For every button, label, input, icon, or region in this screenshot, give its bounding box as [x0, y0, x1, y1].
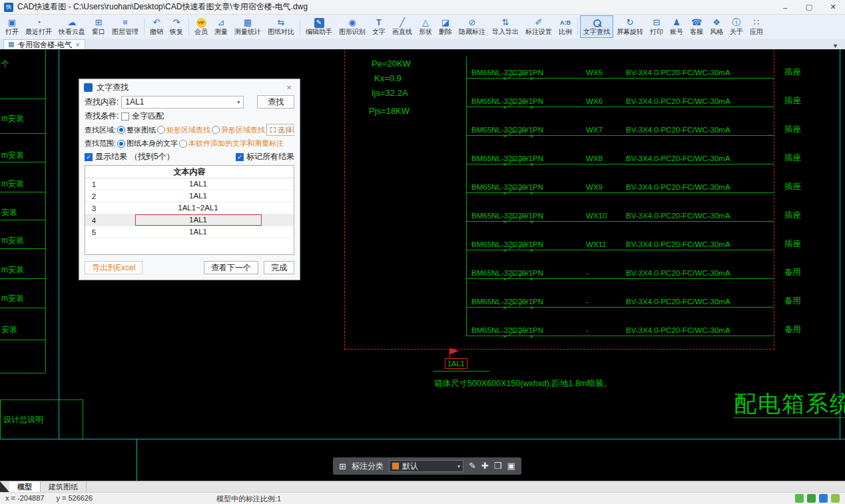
window-titlebar: 快 CAD快速看图 - C:\Users\ruohan\Desktop\CAD快… — [0, 0, 845, 15]
toolbar-button-label: 比例 — [559, 28, 572, 36]
dialog-titlebar[interactable]: 文字查找 × — [79, 79, 300, 95]
sheet-tab-model[interactable]: 模型 — [9, 481, 41, 492]
lock-annotation-icon[interactable] — [507, 457, 515, 475]
show-results-checkbox[interactable] — [85, 153, 93, 161]
panel-tag[interactable]: 1AL1 — [445, 358, 467, 369]
toolbar-button-compare[interactable]: ⇆图纸对比 — [264, 15, 298, 38]
toolbar-button-vip[interactable]: VIP会员 — [191, 15, 211, 38]
category-grid-icon[interactable] — [339, 461, 346, 471]
combo-caret-icon[interactable] — [237, 99, 240, 105]
find-input[interactable]: 1AL1 — [121, 96, 244, 109]
toolbar-button-line[interactable]: ╱画直线 — [389, 15, 416, 38]
toolbar-button-shape[interactable]: △形状 — [416, 15, 435, 38]
load-name: 备用 — [784, 324, 801, 336]
toolbar-button-cloud[interactable]: ☁快看云盘 — [55, 15, 89, 38]
statusbar-app-icon[interactable] — [807, 494, 816, 503]
dialog-close-icon[interactable]: × — [283, 83, 295, 93]
toolbar-button-import-export[interactable]: ⇅导入导出 — [489, 15, 522, 38]
range-drawing-label: 图纸本身的文字 — [127, 138, 178, 148]
toolbar-button-label: 文字 — [372, 28, 386, 36]
tab-close-icon[interactable]: × — [76, 41, 80, 49]
toolbar-button-label: 图形识别 — [339, 28, 366, 36]
copy-annotation-icon[interactable] — [494, 457, 502, 475]
toolbar-button-label: 图纸对比 — [268, 28, 294, 36]
undo-icon: ↶ — [152, 17, 162, 28]
result-row[interactable]: 41AL1 — [85, 214, 294, 226]
left-label: 个 — [1, 59, 9, 70]
statusbar-app-icon[interactable] — [795, 494, 804, 503]
mark-all-label: 标记所有结果 — [246, 151, 294, 162]
results-table: 文本内容 11AL121AL131AL1~2AL141AL151AL1 — [85, 165, 294, 255]
range-software-radio[interactable] — [179, 140, 187, 148]
tab-list-caret-icon[interactable]: ▼ — [832, 43, 838, 49]
select-area-button[interactable]: 选择区域 — [266, 124, 294, 136]
result-row[interactable]: 31AL1~2AL1 — [85, 202, 294, 214]
view-next-button[interactable]: 查看下一个 — [204, 261, 258, 274]
stats-icon: ▦ — [243, 17, 253, 28]
close-button[interactable]: ✕ — [821, 0, 845, 15]
done-button[interactable]: 完成 — [264, 261, 294, 274]
toolbar-button-label: 打开 — [5, 28, 19, 36]
toolbar-button-about[interactable]: ⓘ关于 — [726, 15, 746, 38]
area-whole-radio[interactable] — [117, 126, 125, 134]
cad-canvas[interactable]: 个m安装m安装m安装安装m安装m安装m安装安装 设计总说明 Pe=20KWKx=… — [0, 49, 845, 481]
toolbar-button-style[interactable]: ❖风格 — [706, 15, 726, 38]
document-tabbar: 专用宿舍楼-电气 × ▼ — [0, 39, 845, 49]
toolbar-button-open[interactable]: ▣打开 — [2, 15, 22, 38]
toolbar-button-measure[interactable]: ⊿测量 — [211, 15, 231, 38]
toolbar-button-undo[interactable]: ↶撤销 — [146, 15, 166, 38]
toolbar-button-delete[interactable]: ◪删除 — [435, 15, 455, 38]
result-row[interactable]: 51AL1 — [85, 226, 294, 238]
whole-word-label: 全字匹配 — [132, 111, 164, 122]
drawing-line — [0, 340, 45, 340]
edit-annotation-icon[interactable] — [469, 457, 476, 475]
toolbar-button-shape-recognize[interactable]: ◉图形识别 — [336, 15, 369, 38]
move-annotation-icon[interactable] — [481, 457, 489, 475]
statusbar-app-icon[interactable] — [819, 494, 828, 503]
support-icon: ☎ — [691, 17, 702, 28]
range-drawing-radio[interactable] — [117, 140, 125, 148]
text-icon: T — [374, 17, 384, 28]
range-software-label: 本软件添加的文字和测量标注 — [188, 138, 284, 148]
toolbar-button-hide-annotation[interactable]: ⊘隐藏标注 — [455, 15, 489, 38]
toolbar-button-edit-assist[interactable]: ✎编辑助手 — [302, 15, 336, 38]
condition-row: 查找条件: 全字匹配 — [85, 111, 294, 122]
category-dropdown[interactable]: 默认 — [389, 460, 463, 472]
toolbar-button-account[interactable]: ♟账号 — [667, 15, 687, 38]
category-dropdown-value: 默认 — [402, 461, 418, 472]
toolbar-button-text-search[interactable]: 文字查找 — [580, 15, 613, 38]
toolbar-button-label: 形状 — [419, 28, 432, 36]
document-tab[interactable]: 专用宿舍楼-电气 × — [3, 39, 85, 49]
load-name: 插座 — [784, 181, 801, 192]
drawing-line — [433, 371, 489, 372]
search-region-rect — [344, 49, 774, 350]
toolbar-button-text[interactable]: T文字 — [369, 15, 389, 38]
maximize-button[interactable]: ▢ — [797, 0, 821, 15]
select-area-icon — [270, 127, 276, 132]
sheet-tab-architectural[interactable]: 建筑图纸 — [41, 481, 87, 492]
toolbar-button-print[interactable]: ⊟打印 — [647, 15, 667, 38]
load-name: 插座 — [784, 124, 801, 135]
area-poly-radio[interactable] — [212, 126, 220, 134]
toolbar-button-support[interactable]: ☎客服 — [687, 15, 706, 38]
toolbar-button-recent[interactable]: ◔最近打开 — [22, 15, 55, 38]
mark-all-checkbox[interactable] — [236, 153, 244, 161]
statusbar-app-icon[interactable] — [831, 494, 840, 503]
whole-word-checkbox[interactable] — [121, 113, 129, 121]
toolbar-button-apps[interactable]: ∷应用 — [746, 15, 766, 38]
toolbar-button-redo[interactable]: ↷恢复 — [166, 15, 186, 38]
result-row[interactable]: 11AL1 — [85, 178, 294, 190]
annotation-category-label: 标注分类 — [352, 461, 384, 472]
export-excel-button[interactable]: 导出到Excel — [85, 261, 142, 274]
sheet-border-line — [137, 439, 137, 481]
result-row[interactable]: 21AL1 — [85, 190, 294, 202]
find-button[interactable]: 查找 — [257, 95, 294, 109]
minimize-button[interactable]: – — [773, 0, 797, 15]
area-rect-radio[interactable] — [157, 126, 165, 134]
toolbar-button-rotate[interactable]: ↻屏幕旋转 — [613, 15, 647, 38]
toolbar-button-scale[interactable]: A:B比例 — [555, 15, 575, 38]
toolbar-button-annotation-settings[interactable]: ✐标注设置 — [522, 15, 555, 38]
toolbar-button-window[interactable]: ⊞窗口 — [89, 15, 109, 38]
toolbar-button-stats[interactable]: ▦测量统计 — [231, 15, 264, 38]
toolbar-button-layers[interactable]: ≡图层管理 — [109, 15, 142, 38]
